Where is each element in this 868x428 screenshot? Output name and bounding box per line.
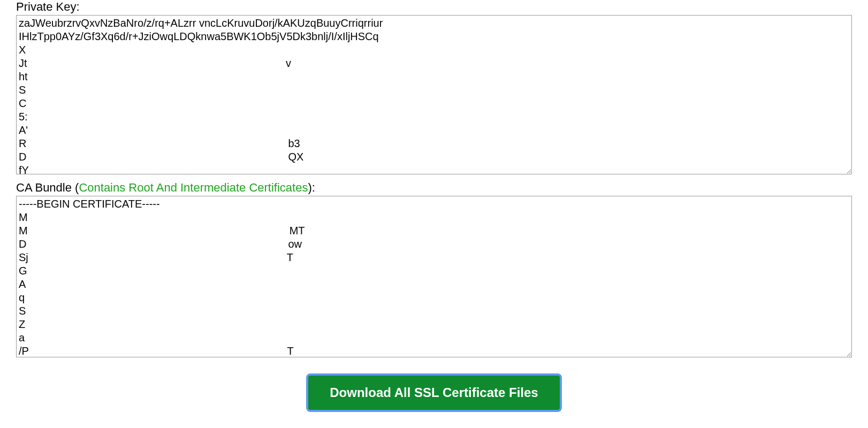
private-key-label: Private Key: (16, 0, 852, 14)
private-key-textarea[interactable] (16, 15, 852, 174)
ca-bundle-label: CA Bundle (Contains Root And Intermediat… (16, 181, 852, 195)
download-button-container: Download All SSL Certificate Files (16, 376, 852, 410)
ca-bundle-textarea[interactable] (16, 196, 852, 357)
ca-bundle-label-green: Contains Root And Intermediate Certifica… (79, 181, 308, 194)
private-key-section: Private Key: (16, 0, 852, 177)
download-ssl-button[interactable]: Download All SSL Certificate Files (308, 376, 559, 410)
ca-bundle-label-prefix: CA Bundle ( (16, 181, 79, 194)
ca-bundle-label-suffix: ): (308, 181, 315, 194)
ca-bundle-section: CA Bundle (Contains Root And Intermediat… (16, 181, 852, 360)
